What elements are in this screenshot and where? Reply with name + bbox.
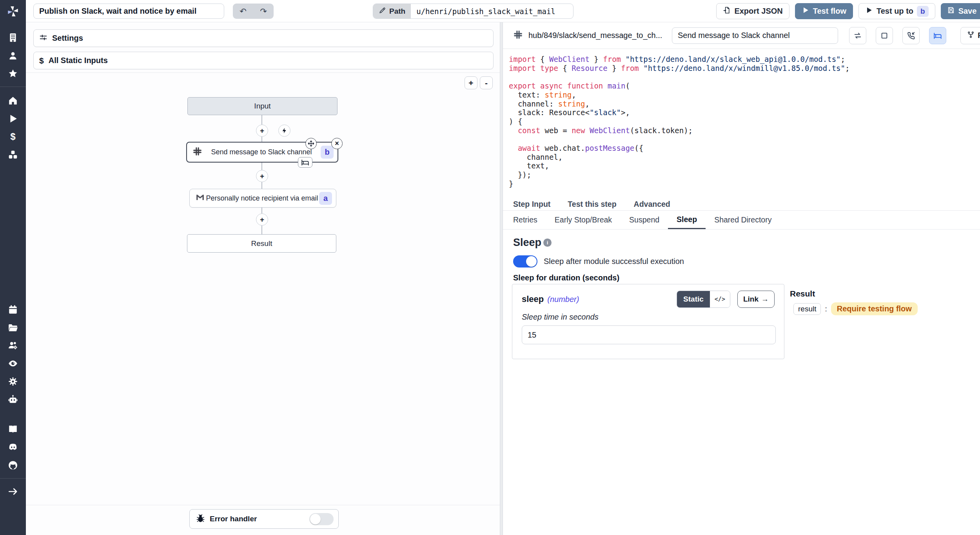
schedules-calendar-icon[interactable] bbox=[8, 304, 18, 315]
sleep-seconds-input[interactable] bbox=[522, 325, 776, 344]
result-colon: : bbox=[825, 305, 827, 313]
step-header: hub/849/slack/send_message_to_ch... Fork bbox=[503, 22, 980, 49]
insert-step-button-2[interactable]: + bbox=[256, 170, 268, 182]
zoom-in-button[interactable]: + bbox=[465, 76, 477, 89]
rail-divider-bottom bbox=[0, 478, 26, 479]
flow-node-result[interactable]: Result bbox=[187, 234, 336, 253]
panel-resize-divider[interactable] bbox=[500, 22, 503, 535]
export-json-button[interactable]: Export JSON bbox=[716, 3, 789, 19]
workers-robot-icon[interactable] bbox=[8, 394, 18, 405]
undo-button[interactable]: ↶ bbox=[233, 4, 253, 19]
step-name-input[interactable] bbox=[672, 27, 838, 44]
variables-dollar-icon[interactable]: $ bbox=[10, 131, 15, 143]
subtab-retries[interactable]: Retries bbox=[505, 211, 546, 229]
input-mode-segmented-control: Static </> bbox=[677, 291, 730, 308]
path-value[interactable]: u/henri/publish_slack_wait_mail bbox=[411, 4, 561, 18]
arrow-right-icon: → bbox=[761, 295, 769, 304]
left-nav-rail: $ bbox=[0, 0, 26, 535]
github-icon[interactable] bbox=[8, 459, 18, 471]
graph-separator bbox=[26, 72, 500, 73]
info-icon[interactable]: i bbox=[543, 239, 552, 247]
docs-book-icon[interactable] bbox=[8, 423, 18, 435]
link-button[interactable]: Link → bbox=[737, 291, 775, 308]
tab-test-this-step[interactable]: Test this step bbox=[559, 198, 625, 210]
subtab-early-stop[interactable]: Early Stop/Break bbox=[546, 211, 621, 229]
delete-step-button[interactable]: × bbox=[331, 138, 343, 149]
favorites-star-icon[interactable] bbox=[8, 68, 18, 80]
tab-advanced[interactable]: Advanced bbox=[625, 198, 679, 210]
retries-icon-button[interactable] bbox=[849, 27, 866, 44]
export-file-icon bbox=[723, 6, 731, 16]
topbar-actions: Export JSON Test flow Test up to b Save bbox=[716, 3, 980, 19]
windmill-logo[interactable] bbox=[0, 0, 26, 22]
sleep-bed-icon-button[interactable] bbox=[929, 27, 946, 44]
code-mode-button[interactable]: </> bbox=[710, 291, 730, 307]
folders-icon[interactable] bbox=[8, 322, 18, 333]
workspace-icon[interactable] bbox=[8, 32, 18, 43]
flow-node-email-step[interactable]: Personally notice recipient via email a bbox=[189, 189, 336, 208]
flow-graph-panel: Settings $ All Static Inputs + - Input +… bbox=[26, 22, 500, 535]
sleep-toggle-row: Sleep after module successful execution bbox=[513, 255, 684, 268]
test-flow-button[interactable]: Test flow bbox=[795, 3, 853, 19]
save-floppy-icon bbox=[947, 6, 955, 16]
sleep-field-card: sleep (number) Static </> Link → Slee bbox=[512, 284, 784, 359]
flow-title-input[interactable] bbox=[33, 4, 224, 19]
insert-step-button-3[interactable]: + bbox=[256, 213, 268, 226]
static-mode-button[interactable]: Static bbox=[677, 291, 710, 307]
sleep-tab-content: Sleep i Sleep after module successful ex… bbox=[503, 230, 980, 535]
error-handler-separator bbox=[26, 505, 500, 505]
runs-play-icon[interactable] bbox=[8, 113, 18, 125]
bug-icon bbox=[196, 514, 205, 524]
resources-cubes-icon[interactable] bbox=[8, 149, 18, 161]
test-up-to-step-badge: b bbox=[917, 6, 929, 17]
gmail-icon bbox=[195, 192, 205, 204]
slack-step-label: Send message to Slack channel bbox=[202, 148, 321, 156]
all-static-inputs-row[interactable]: $ All Static Inputs bbox=[33, 52, 494, 69]
tab-step-input[interactable]: Step Input bbox=[505, 198, 559, 210]
early-stop-icon-button[interactable] bbox=[876, 27, 893, 44]
move-step-handle[interactable] bbox=[305, 138, 317, 149]
redo-button[interactable]: ↷ bbox=[253, 4, 274, 19]
subtab-suspend[interactable]: Suspend bbox=[621, 211, 668, 229]
suspend-phone-icon-button[interactable] bbox=[902, 27, 920, 44]
git-fork-icon bbox=[967, 31, 975, 40]
step-detail-panel: hub/849/slack/send_message_to_ch... Fork… bbox=[503, 22, 980, 535]
audit-eye-icon[interactable] bbox=[8, 358, 18, 369]
script-hub-path[interactable]: hub/849/slack/send_message_to_ch... bbox=[528, 31, 666, 40]
pencil-icon bbox=[379, 7, 386, 16]
rail-divider bbox=[0, 87, 26, 87]
subtab-shared-directory[interactable]: Shared Directory bbox=[706, 211, 780, 229]
result-key-pill[interactable]: result bbox=[793, 303, 821, 315]
path-label: Path bbox=[389, 7, 405, 16]
sleep-enabled-toggle[interactable] bbox=[513, 255, 537, 268]
home-icon[interactable] bbox=[8, 95, 18, 107]
sleep-bed-indicator bbox=[298, 157, 312, 168]
play-icon bbox=[802, 6, 809, 16]
fork-button[interactable]: Fork bbox=[960, 27, 980, 44]
trigger-bolt-button[interactable] bbox=[278, 125, 290, 137]
code-editor[interactable]: import { WebClient } from "https://deno.… bbox=[503, 49, 980, 198]
user-icon[interactable] bbox=[8, 50, 18, 61]
email-step-id-badge: a bbox=[319, 192, 332, 205]
app-root: $ ↶ ↷ Path u/henri/pub bbox=[0, 0, 980, 535]
zoom-out-button[interactable]: - bbox=[480, 76, 493, 89]
error-handler-label: Error handler bbox=[210, 515, 305, 523]
flow-settings-row[interactable]: Settings bbox=[33, 29, 494, 47]
discord-icon[interactable] bbox=[8, 441, 18, 453]
save-split-button: Save bbox=[941, 3, 980, 19]
groups-users-gear-icon[interactable] bbox=[8, 340, 18, 351]
sleep-duration-label: Sleep for duration (seconds) bbox=[513, 273, 619, 282]
settings-gear-icon[interactable] bbox=[8, 376, 18, 387]
dollar-icon: $ bbox=[39, 56, 44, 65]
test-up-to-button[interactable]: Test up to b bbox=[858, 3, 935, 19]
flow-node-input[interactable]: Input bbox=[187, 97, 338, 115]
path-field[interactable]: Path u/henri/publish_slack_wait_mail bbox=[373, 4, 573, 19]
field-name: sleep bbox=[522, 294, 544, 304]
path-label-section[interactable]: Path bbox=[373, 4, 411, 18]
save-button[interactable]: Save bbox=[941, 3, 980, 19]
error-handler-node[interactable]: Error handler bbox=[189, 509, 339, 529]
expand-arrow-right-icon[interactable] bbox=[8, 486, 18, 497]
insert-step-button-1[interactable]: + bbox=[256, 125, 268, 137]
error-handler-toggle[interactable] bbox=[309, 513, 334, 525]
subtab-sleep[interactable]: Sleep bbox=[668, 211, 706, 229]
